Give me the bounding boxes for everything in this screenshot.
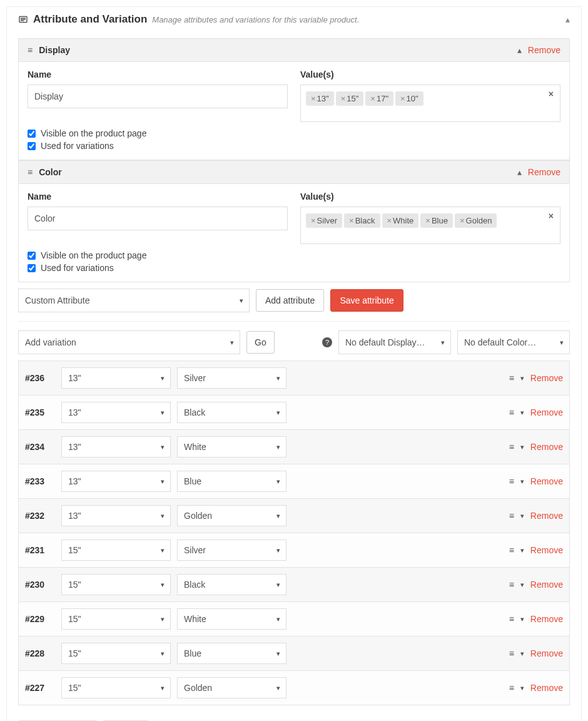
attribute-body: Name Value(s) ×13"×15"×17"×10" × Visible…	[18, 62, 570, 160]
expand-icon[interactable]: ▾	[520, 650, 524, 658]
value-tag[interactable]: ×15"	[336, 91, 364, 106]
help-icon[interactable]: ?	[322, 337, 332, 347]
remove-variation-link[interactable]: Remove	[530, 476, 563, 486]
drag-icon[interactable]: ≡	[509, 373, 514, 383]
variation-display-select[interactable]: 13"	[61, 367, 171, 389]
attribute-name-input[interactable]	[28, 84, 288, 108]
remove-tag-icon[interactable]: ×	[400, 94, 405, 103]
value-tag[interactable]: ×Blue	[420, 213, 453, 228]
variation-color-select[interactable]: Golden	[177, 505, 286, 526]
used-variations-checkbox[interactable]	[28, 264, 36, 272]
variation-display-select[interactable]: 13"	[61, 402, 171, 423]
remove-tag-icon[interactable]: ×	[311, 216, 316, 225]
panel-subtitle: Manage attributes and variations for thi…	[152, 15, 359, 24]
drag-icon[interactable]: ≡	[509, 476, 514, 486]
variation-color-select[interactable]: Silver	[177, 539, 286, 561]
remove-tag-icon[interactable]: ×	[460, 216, 465, 225]
expand-icon[interactable]: ▾	[520, 409, 524, 417]
used-variations-checkbox[interactable]	[28, 142, 36, 150]
remove-variation-link[interactable]: Remove	[530, 442, 563, 452]
default-color-select[interactable]: No default Color…	[457, 330, 570, 354]
drag-icon[interactable]: ≡	[28, 167, 33, 177]
variation-color-select[interactable]: Blue	[177, 471, 286, 492]
remove-variation-link[interactable]: Remove	[530, 407, 563, 417]
remove-variation-link[interactable]: Remove	[530, 545, 563, 555]
variation-display-select[interactable]: 15"	[61, 677, 171, 698]
expand-icon[interactable]: ▾	[520, 615, 524, 623]
remove-variation-link[interactable]: Remove	[530, 648, 563, 658]
go-button[interactable]: Go	[246, 331, 275, 354]
variation-color-select[interactable]: Black	[177, 402, 286, 423]
variation-color-select[interactable]: Black	[177, 574, 286, 595]
variation-color-select[interactable]: Blue	[177, 643, 286, 664]
variation-display-select[interactable]: 13"	[61, 436, 171, 458]
add-attribute-button[interactable]: Add attribute	[256, 289, 324, 312]
drag-icon[interactable]: ≡	[509, 683, 514, 693]
remove-tag-icon[interactable]: ×	[311, 94, 316, 103]
value-tag[interactable]: ×Silver	[306, 213, 342, 228]
drag-icon[interactable]: ≡	[509, 580, 514, 590]
add-variation-select[interactable]: Add variation	[18, 330, 240, 354]
remove-variation-link[interactable]: Remove	[530, 614, 563, 624]
collapse-icon[interactable]: ▴	[517, 45, 522, 55]
variation-display-select[interactable]: 13"	[61, 471, 171, 492]
default-display-select[interactable]: No default Display…	[338, 330, 451, 354]
variation-display-select[interactable]: 15"	[61, 574, 171, 595]
expand-icon[interactable]: ▾	[520, 443, 524, 451]
drag-icon[interactable]: ≡	[509, 648, 514, 658]
remove-tag-icon[interactable]: ×	[425, 216, 430, 225]
clear-values-icon[interactable]: ×	[549, 89, 554, 99]
remove-variation-link[interactable]: Remove	[530, 580, 563, 590]
value-tag[interactable]: ×17"	[365, 91, 393, 106]
expand-icon[interactable]: ▾	[520, 581, 524, 589]
value-tag[interactable]: ×White	[382, 213, 419, 228]
value-tag[interactable]: ×13"	[306, 91, 334, 106]
collapse-icon[interactable]: ▴	[517, 167, 522, 177]
drag-icon[interactable]: ≡	[509, 545, 514, 555]
drag-icon[interactable]: ≡	[28, 45, 33, 55]
remove-variation-link[interactable]: Remove	[530, 511, 563, 521]
visible-checkbox[interactable]	[28, 130, 36, 138]
variation-color-select[interactable]: White	[177, 608, 286, 630]
variation-id: #227	[25, 683, 55, 693]
attribute-header[interactable]: ≡ Color ▴ Remove	[18, 160, 570, 184]
visible-checkbox[interactable]	[28, 252, 36, 260]
drag-icon[interactable]: ≡	[509, 614, 514, 624]
value-tag[interactable]: ×Black	[344, 213, 380, 228]
remove-tag-icon[interactable]: ×	[341, 94, 346, 103]
expand-icon[interactable]: ▾	[520, 478, 524, 486]
variation-display-select[interactable]: 15"	[61, 539, 171, 561]
variation-display-select[interactable]: 15"	[61, 643, 171, 664]
value-tag[interactable]: ×Golden	[455, 213, 497, 228]
variation-display-select[interactable]: 15"	[61, 608, 171, 630]
variation-color-select[interactable]: Golden	[177, 677, 286, 698]
values-tagbox[interactable]: ×13"×15"×17"×10" ×	[300, 84, 560, 122]
drag-icon[interactable]: ≡	[509, 442, 514, 452]
variation-color-select[interactable]: Silver	[177, 367, 286, 389]
remove-variation-link[interactable]: Remove	[530, 373, 563, 383]
expand-icon[interactable]: ▾	[520, 374, 524, 382]
values-tagbox[interactable]: ×Silver×Black×White×Blue×Golden ×	[300, 207, 560, 244]
variation-color-select[interactable]: White	[177, 436, 286, 458]
variation-id: #231	[25, 545, 55, 555]
remove-tag-icon[interactable]: ×	[370, 94, 375, 103]
drag-icon[interactable]: ≡	[509, 511, 514, 521]
expand-icon[interactable]: ▾	[520, 512, 524, 520]
variation-display-select[interactable]: 13"	[61, 505, 171, 526]
remove-attribute-link[interactable]: Remove	[528, 167, 560, 177]
expand-icon[interactable]: ▾	[520, 684, 524, 692]
save-attribute-button[interactable]: Save attribute	[330, 289, 403, 312]
variation-row: #233 13" Blue ≡ ▾ Remove	[19, 464, 569, 499]
remove-variation-link[interactable]: Remove	[530, 683, 563, 693]
attribute-name-input[interactable]	[28, 207, 288, 230]
remove-tag-icon[interactable]: ×	[349, 216, 354, 225]
drag-icon[interactable]: ≡	[509, 407, 514, 417]
expand-icon[interactable]: ▾	[520, 546, 524, 555]
remove-attribute-link[interactable]: Remove	[528, 45, 560, 55]
custom-attribute-select[interactable]: Custom Attribute	[18, 289, 250, 312]
panel-collapse-icon[interactable]: ▴	[565, 14, 570, 24]
attribute-header[interactable]: ≡ Display ▴ Remove	[18, 38, 570, 62]
clear-values-icon[interactable]: ×	[549, 211, 554, 221]
value-tag[interactable]: ×10"	[395, 91, 423, 106]
remove-tag-icon[interactable]: ×	[387, 216, 392, 225]
